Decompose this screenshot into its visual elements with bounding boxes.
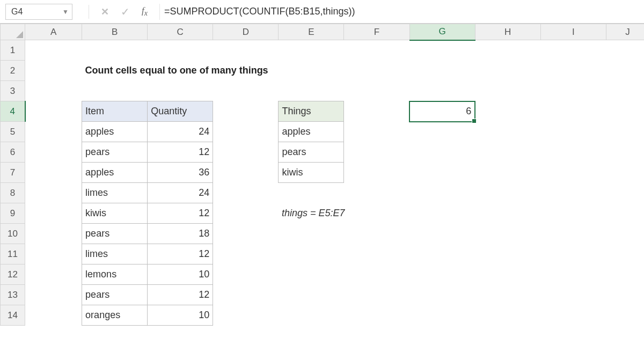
cell[interactable]	[344, 122, 644, 142]
row-header-1[interactable]: 1	[1, 40, 25, 61]
row-header-6[interactable]: 6	[1, 142, 25, 163]
table-cell[interactable]: limes	[82, 183, 148, 203]
table1-header-item[interactable]: Item	[82, 101, 148, 122]
cell[interactable]	[475, 203, 644, 224]
row-header-4[interactable]: 4	[1, 101, 25, 122]
cell[interactable]	[213, 142, 279, 163]
cell[interactable]	[25, 264, 82, 285]
page-title: Count cells equal to one of many things	[82, 61, 409, 81]
table-cell[interactable]: oranges	[82, 305, 148, 326]
name-box-value: G4	[11, 7, 23, 17]
table-cell[interactable]: 12	[148, 244, 213, 264]
cell[interactable]	[213, 285, 644, 305]
row-header-12[interactable]: 12	[1, 264, 25, 285]
row-header-2[interactable]: 2	[1, 61, 25, 81]
row-header-14[interactable]: 14	[1, 305, 25, 326]
row-header-8[interactable]: 8	[1, 183, 25, 203]
table-cell[interactable]: pears	[279, 142, 344, 163]
formula-bar-buttons: ✕ ✓ fx	[89, 5, 152, 19]
formula-bar: G4 ▼ ✕ ✓ fx =SUMPRODUCT(COUNTIF(B5:B15,t…	[0, 0, 644, 24]
cell[interactable]	[25, 163, 82, 183]
col-header-F[interactable]: F	[344, 24, 409, 40]
row-header-13[interactable]: 13	[1, 285, 25, 305]
table-cell[interactable]: apples	[82, 163, 148, 183]
table-cell[interactable]: limes	[82, 244, 148, 264]
col-header-G[interactable]: G	[409, 24, 475, 40]
col-header-D[interactable]: D	[213, 24, 279, 40]
chevron-down-icon[interactable]: ▼	[62, 8, 69, 16]
table-cell[interactable]: 24	[148, 122, 213, 142]
fx-icon[interactable]: fx	[142, 5, 152, 18]
name-box[interactable]: G4 ▼	[5, 4, 72, 20]
cell[interactable]	[213, 305, 644, 326]
table-cell[interactable]: 12	[148, 203, 213, 224]
row-header-9[interactable]: 9	[1, 203, 25, 224]
table1-header-qty[interactable]: Quantity	[148, 101, 213, 122]
col-header-H[interactable]: H	[475, 24, 540, 40]
named-range-note: things = E5:E7	[279, 203, 475, 224]
table-cell[interactable]: 12	[148, 142, 213, 163]
cell[interactable]	[213, 163, 279, 183]
separator	[89, 5, 89, 19]
cell[interactable]	[213, 264, 644, 285]
table2-header[interactable]: Things	[279, 101, 344, 122]
cell[interactable]	[25, 183, 82, 203]
row-header-11[interactable]: 11	[1, 244, 25, 264]
cell[interactable]	[25, 203, 82, 224]
table-cell[interactable]: 36	[148, 163, 213, 183]
formula-text: =SUMPRODUCT(COUNTIF(B5:B15,things))	[164, 6, 355, 17]
cell[interactable]	[25, 122, 82, 142]
cell[interactable]	[344, 101, 409, 122]
table-cell[interactable]: pears	[82, 142, 148, 163]
cell[interactable]	[25, 101, 82, 122]
cell[interactable]	[213, 122, 279, 142]
cell[interactable]	[25, 224, 82, 244]
col-header-E[interactable]: E	[279, 24, 344, 40]
table-cell[interactable]: 10	[148, 305, 213, 326]
row-header-5[interactable]: 5	[1, 122, 25, 142]
cell[interactable]	[25, 285, 82, 305]
active-cell-G4[interactable]: 6	[409, 101, 475, 122]
cell[interactable]	[25, 244, 82, 264]
table-cell[interactable]: 18	[148, 224, 213, 244]
cell[interactable]	[475, 101, 644, 122]
col-header-B[interactable]: B	[82, 24, 148, 40]
cell[interactable]	[25, 305, 82, 326]
cell[interactable]	[213, 224, 644, 244]
cell[interactable]	[25, 61, 82, 81]
col-header-C[interactable]: C	[148, 24, 213, 40]
select-all-corner[interactable]	[1, 24, 25, 40]
cell[interactable]	[213, 244, 644, 264]
table-cell[interactable]: apples	[82, 122, 148, 142]
cell[interactable]	[25, 40, 644, 61]
cancel-icon[interactable]: ✕	[101, 6, 109, 18]
cell[interactable]	[344, 142, 644, 163]
cell[interactable]	[344, 163, 644, 183]
table-cell[interactable]: pears	[82, 224, 148, 244]
formula-input[interactable]: =SUMPRODUCT(COUNTIF(B5:B15,things))	[159, 4, 639, 20]
cell[interactable]	[25, 81, 644, 101]
col-header-A[interactable]: A	[25, 24, 82, 40]
col-header-J[interactable]: J	[606, 24, 644, 40]
column-headers: A B C D E F G H I J	[1, 24, 645, 40]
row-header-7[interactable]: 7	[1, 163, 25, 183]
table-cell[interactable]: kiwis	[279, 163, 344, 183]
row-header-3[interactable]: 3	[1, 81, 25, 101]
cell[interactable]	[213, 183, 644, 203]
row-header-10[interactable]: 10	[1, 224, 25, 244]
cell[interactable]	[213, 203, 279, 224]
worksheet[interactable]: A B C D E F G H I J 1 2 Count cells equa…	[0, 24, 644, 326]
table-cell[interactable]: apples	[279, 122, 344, 142]
spreadsheet-grid: A B C D E F G H I J 1 2 Count cells equa…	[0, 24, 644, 326]
confirm-icon[interactable]: ✓	[121, 5, 130, 18]
table-cell[interactable]: 24	[148, 183, 213, 203]
table-cell[interactable]: lemons	[82, 264, 148, 285]
cell[interactable]	[25, 142, 82, 163]
table-cell[interactable]: 12	[148, 285, 213, 305]
table-cell[interactable]: kiwis	[82, 203, 148, 224]
table-cell[interactable]: pears	[82, 285, 148, 305]
cell[interactable]	[409, 61, 644, 81]
col-header-I[interactable]: I	[540, 24, 606, 40]
table-cell[interactable]: 10	[148, 264, 213, 285]
cell[interactable]	[213, 101, 279, 122]
